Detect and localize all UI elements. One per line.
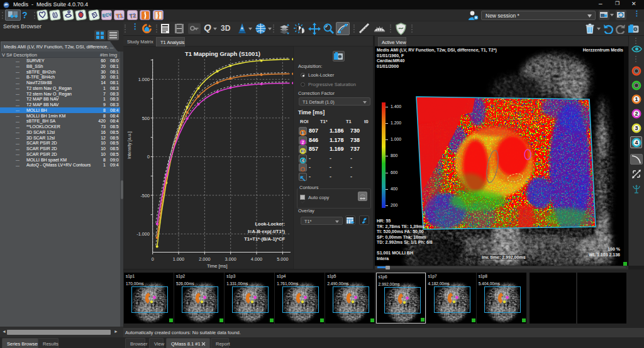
- svg-text:1: 1: [302, 131, 304, 135]
- svg-text:1: 1: [635, 96, 638, 102]
- svg-text:4: 4: [635, 139, 638, 146]
- svg-text:2: 2: [635, 111, 638, 117]
- svg-text:3: 3: [635, 125, 638, 131]
- svg-text:4: 4: [302, 158, 304, 163]
- svg-text:2: 2: [302, 140, 304, 144]
- svg-text:3: 3: [302, 149, 304, 153]
